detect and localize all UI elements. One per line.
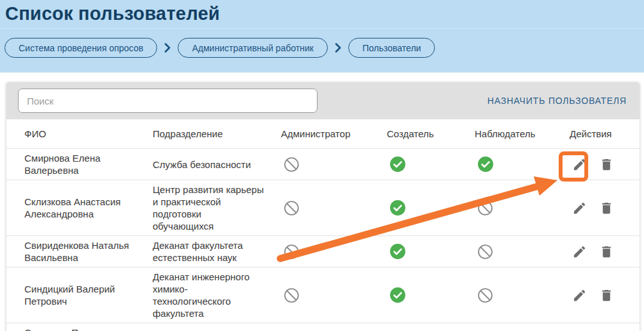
column-header-creator: Создатель bbox=[387, 128, 475, 140]
administrator-cell bbox=[281, 157, 387, 173]
pencil-icon bbox=[572, 288, 587, 303]
pencil-icon bbox=[572, 244, 587, 259]
administrator-cell bbox=[281, 287, 387, 303]
page-title: Список пользователей bbox=[5, 3, 220, 24]
table-row: Свириденкова Наталья Васильевна Деканат … bbox=[6, 235, 640, 267]
observer-cell bbox=[475, 287, 570, 303]
block-icon bbox=[477, 200, 493, 216]
chevron-right-icon bbox=[335, 43, 341, 53]
assign-user-button[interactable]: НАЗНАЧИТЬ ПОЛЬЗОВАТЕЛЯ bbox=[486, 92, 628, 110]
breadcrumb-item-system[interactable]: Система проведения опросов bbox=[4, 38, 157, 58]
users-panel: НАЗНАЧИТЬ ПОЛЬЗОВАТЕЛЯ ФИО Подразделение… bbox=[6, 82, 640, 331]
trash-icon bbox=[599, 244, 614, 259]
actions-cell bbox=[570, 285, 640, 305]
check-circle-icon bbox=[477, 156, 494, 173]
user-name: Смирнова Елена Валерьевна bbox=[24, 152, 153, 176]
user-department: Деканат факультета естественных наук bbox=[153, 239, 281, 264]
check-circle-icon bbox=[389, 199, 406, 216]
edit-button[interactable] bbox=[570, 242, 589, 261]
block-icon bbox=[477, 287, 493, 303]
block-icon bbox=[284, 287, 300, 303]
trash-icon bbox=[599, 201, 614, 216]
creator-cell bbox=[387, 287, 475, 303]
creator-cell bbox=[387, 199, 475, 216]
user-department: Центр развития карьеры и практической по… bbox=[153, 183, 281, 232]
actions-cell bbox=[570, 242, 640, 261]
creator-cell bbox=[387, 243, 475, 260]
delete-button[interactable] bbox=[597, 198, 616, 217]
check-circle-icon bbox=[389, 156, 406, 173]
user-department: Деканат инженерного химико-технологическ… bbox=[153, 271, 281, 319]
observer-cell bbox=[475, 200, 570, 216]
observer-cell bbox=[475, 244, 570, 260]
block-icon bbox=[284, 244, 300, 260]
column-header-name: ФИО bbox=[24, 128, 153, 140]
edit-button[interactable] bbox=[570, 155, 589, 174]
pencil-icon bbox=[572, 157, 587, 172]
actions-cell bbox=[570, 198, 640, 217]
user-name: Сидорова Полина Геннадьевна bbox=[24, 327, 153, 331]
actions-cell bbox=[570, 155, 640, 174]
edit-button[interactable] bbox=[570, 285, 589, 305]
delete-button[interactable] bbox=[597, 155, 616, 174]
title-divider bbox=[0, 28, 644, 29]
column-header-observer: Наблюдатель bbox=[475, 128, 570, 140]
user-name: Свириденкова Наталья Васильевна bbox=[24, 239, 153, 264]
chevron-right-icon bbox=[164, 43, 171, 53]
user-name: Склизкова Анастасия Александровна bbox=[24, 196, 153, 220]
table-row: Синдицкий Валерий Петрович Деканат инжен… bbox=[6, 267, 640, 323]
table-row: Смирнова Елена Валерьевна Служба безопас… bbox=[6, 148, 640, 180]
administrator-cell bbox=[281, 244, 387, 260]
check-circle-icon bbox=[389, 243, 406, 260]
breadcrumb-item-admin-worker[interactable]: Административный работник bbox=[178, 38, 328, 58]
trash-icon bbox=[599, 157, 614, 172]
trash-icon bbox=[599, 288, 614, 303]
block-icon bbox=[477, 244, 493, 260]
table-row: Сидорова Полина Геннадьевна Приемная ком… bbox=[6, 323, 640, 331]
user-name: Синдицкий Валерий Петрович bbox=[24, 283, 153, 307]
breadcrumb-item-users[interactable]: Пользователи bbox=[348, 38, 435, 58]
table-row: Склизкова Анастасия Александровна Центр … bbox=[6, 180, 640, 235]
column-header-administrator: Администратор bbox=[281, 128, 387, 140]
observer-cell bbox=[475, 156, 570, 173]
edit-button[interactable] bbox=[570, 198, 589, 217]
table-header-row: ФИО Подразделение Администратор Создател… bbox=[6, 119, 640, 148]
pencil-icon bbox=[572, 201, 587, 216]
column-header-actions: Действия bbox=[570, 128, 640, 140]
administrator-cell bbox=[281, 200, 387, 216]
user-table-body: Смирнова Елена Валерьевна Служба безопас… bbox=[6, 148, 640, 331]
search-input[interactable] bbox=[18, 89, 318, 113]
block-icon bbox=[284, 200, 300, 216]
user-department: Служба безопасности bbox=[153, 158, 281, 171]
delete-button[interactable] bbox=[597, 242, 616, 261]
table-toolbar: НАЗНАЧИТЬ ПОЛЬЗОВАТЕЛЯ bbox=[6, 82, 640, 119]
delete-button[interactable] bbox=[597, 285, 616, 305]
block-icon bbox=[284, 157, 300, 173]
check-circle-icon bbox=[389, 287, 406, 303]
creator-cell bbox=[387, 156, 475, 173]
page-header: Список пользователей Система проведения … bbox=[0, 0, 644, 72]
column-header-department: Подразделение bbox=[153, 128, 281, 140]
breadcrumb: Система проведения опросов Административ… bbox=[4, 38, 435, 58]
